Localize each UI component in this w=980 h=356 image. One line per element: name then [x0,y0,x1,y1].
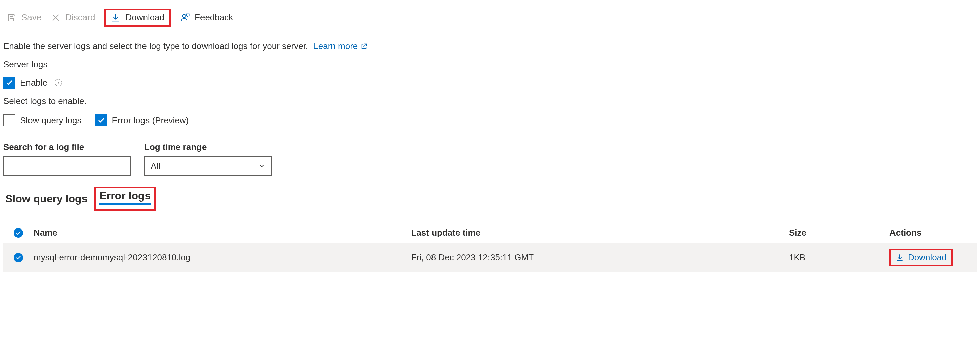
info-icon[interactable]: i [55,79,62,86]
select-logs-label: Select logs to enable. [3,93,977,111]
col-name: Name [33,227,411,238]
table-header: Name Last update time Size Actions [3,223,977,243]
time-range-filter: Log time range All [144,142,272,176]
save-button: Save [7,13,41,23]
filters: Search for a log file Log time range All [3,138,977,182]
enable-checkbox-row: Enable i [3,75,977,93]
slow-query-label: Slow query logs [20,115,82,126]
error-logs-label: Error logs (Preview) [112,115,189,126]
external-link-icon [360,43,368,50]
tab-error-logs[interactable]: Error logs [99,188,151,205]
learn-more-link[interactable]: Learn more [313,41,368,51]
search-input[interactable] [3,156,131,176]
feedback-label: Feedback [195,13,233,23]
tab-slow-query[interactable]: Slow query logs [5,191,88,206]
download-icon [895,253,904,262]
check-icon [16,230,21,236]
discard-label: Discard [65,13,95,23]
error-logs-checkbox-row: Error logs (Preview) [95,112,189,131]
svg-point-0 [183,14,186,18]
check-icon [16,255,21,261]
logs-table: Name Last update time Size Actions mysql… [3,223,977,273]
select-all-checkbox[interactable] [14,228,23,238]
save-label: Save [21,13,41,23]
col-last-update: Last update time [411,227,789,238]
time-range-label: Log time range [144,142,272,152]
discard-button: Discard [51,13,95,23]
learn-more-label: Learn more [313,41,358,51]
log-tabs: Slow query logs Error logs [3,182,977,223]
feedback-button[interactable]: Feedback [180,13,233,23]
time-range-dropdown[interactable]: All [144,156,272,176]
row-last-update: Fri, 08 Dec 2023 12:35:11 GMT [411,252,789,263]
intro-message: Enable the server logs and select the lo… [3,41,308,51]
row-download-link[interactable]: Download [908,252,947,263]
server-logs-label: Server logs [3,57,977,75]
close-icon [51,13,61,23]
time-range-value: All [151,161,160,171]
intro-text: Enable the server logs and select the lo… [3,35,977,57]
row-name: mysql-error-demomysql-2023120810.log [33,252,411,263]
search-label: Search for a log file [3,142,131,152]
search-filter: Search for a log file [3,142,131,176]
table-row[interactable]: mysql-error-demomysql-2023120810.log Fri… [3,243,977,273]
slow-query-checkbox[interactable] [3,115,16,126]
row-download-highlight: Download [889,249,953,267]
check-icon [97,117,105,125]
enable-checkbox[interactable] [3,77,16,89]
chevron-down-icon [258,163,265,170]
toolbar: Save Discard Download Feedback [3,3,977,35]
error-logs-checkbox[interactable] [95,115,107,126]
save-icon [7,13,17,23]
row-select-checkbox[interactable] [14,253,23,262]
download-button-highlight: Download [104,9,171,27]
row-size: 1KB [789,252,889,263]
download-label: Download [126,13,164,23]
row-select-cell [3,253,33,262]
feedback-icon [180,13,190,23]
download-button[interactable]: Download [111,13,164,23]
check-icon [5,78,13,86]
col-actions: Actions [889,227,977,238]
slow-query-checkbox-row: Slow query logs [3,112,82,131]
select-all-cell [3,228,33,238]
log-types-group: Slow query logs Error logs (Preview) [3,111,977,138]
download-icon [111,13,121,23]
enable-label: Enable [20,78,47,88]
row-actions: Download [889,249,977,267]
tab-error-highlight: Error logs [94,187,156,211]
col-size: Size [789,227,889,238]
